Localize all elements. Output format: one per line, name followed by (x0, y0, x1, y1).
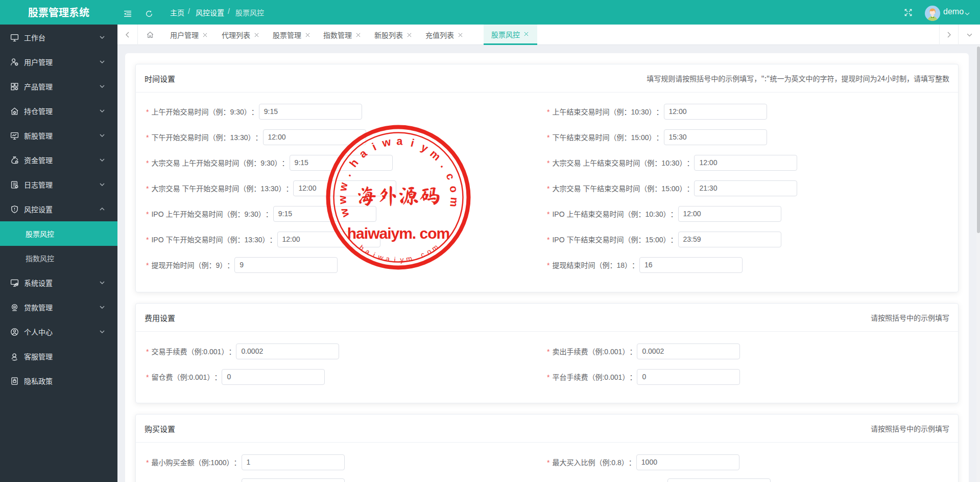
svg-text:h: h (347, 157, 361, 170)
svg-text:haiwaiym. com: haiwaiym. com (347, 225, 449, 242)
svg-text:海外源码: 海外源码 (356, 185, 440, 206)
svg-text:y: y (400, 256, 404, 264)
svg-text:w: w (337, 181, 350, 193)
svg-text:m: m (427, 148, 443, 164)
svg-text:a: a (364, 247, 372, 256)
svg-text:.: . (341, 170, 353, 178)
svg-text:m: m (430, 243, 440, 253)
svg-text:y: y (419, 141, 430, 155)
svg-text:w: w (380, 135, 392, 149)
svg-text:h: h (357, 243, 366, 253)
svg-text:i: i (370, 141, 378, 153)
svg-text:o: o (447, 185, 460, 194)
svg-text:a: a (357, 147, 370, 160)
svg-text:m: m (447, 197, 461, 208)
svg-text:.: . (438, 160, 450, 170)
svg-text:w: w (336, 195, 349, 205)
svg-text:m: m (405, 254, 413, 263)
svg-text:w: w (338, 207, 352, 219)
svg-text:a: a (396, 135, 403, 147)
svg-text:c: c (443, 171, 457, 181)
svg-text:i: i (410, 137, 416, 150)
